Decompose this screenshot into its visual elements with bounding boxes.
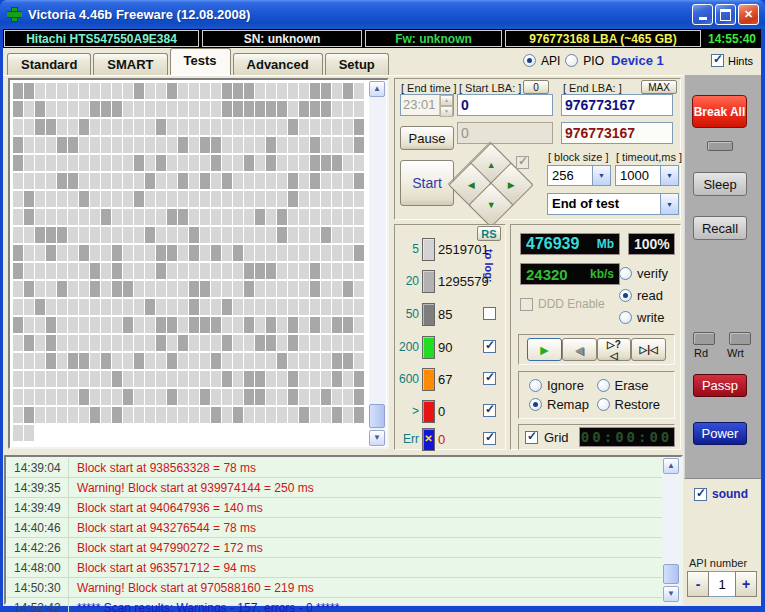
op-option-read[interactable]: read (619, 288, 663, 303)
block-cell (35, 173, 45, 189)
device-selector[interactable]: Device 1 (611, 53, 664, 68)
block-cell (255, 191, 265, 207)
block-cell (266, 353, 276, 369)
app-icon (6, 6, 23, 23)
nav-pad: ▲◀▶▼ (455, 149, 525, 219)
scroll-down-icon[interactable]: ▼ (663, 586, 679, 602)
max-button[interactable]: MAX (641, 80, 677, 94)
ddd-checkbox[interactable] (520, 298, 533, 311)
block-cell (13, 209, 23, 225)
drive-info-segment: Hitachi HTS547550A9E384 (4, 30, 199, 47)
hints-toggle[interactable]: Hints (711, 54, 753, 67)
mode-radio-api[interactable] (523, 54, 536, 67)
op-label: write (637, 310, 664, 325)
sound-checkbox[interactable] (694, 488, 707, 501)
block-cell (24, 137, 34, 153)
spin-up-icon[interactable]: ▲ (440, 95, 453, 106)
defect-radio-ignore[interactable] (529, 379, 542, 392)
block-cell (112, 371, 122, 387)
defect-radio-erase[interactable] (597, 379, 610, 392)
block-cell (189, 317, 199, 333)
scroll-thumb[interactable] (369, 404, 385, 428)
mode-radio-pio[interactable] (565, 54, 578, 67)
start-lba-input[interactable]: 0 (457, 94, 553, 116)
block-cell (299, 299, 309, 315)
chevron-down-icon[interactable]: ▼ (660, 166, 678, 185)
block-cell (46, 407, 56, 423)
rewind-button[interactable]: ◄ (562, 338, 597, 361)
block-cell (189, 191, 199, 207)
scroll-thumb[interactable] (663, 564, 679, 584)
hints-checkbox[interactable] (711, 54, 724, 67)
end-time-spinner[interactable]: 23:01 ▲▼ (400, 94, 454, 116)
spin-down-icon[interactable]: ▼ (440, 106, 453, 117)
api-minus-button[interactable]: - (687, 571, 709, 597)
defect-option-restore[interactable]: Restore (597, 397, 665, 412)
to-log-checkbox[interactable] (483, 404, 496, 417)
chevron-down-icon[interactable]: ▼ (660, 194, 678, 214)
scan-question-button[interactable]: ▷?◁ (597, 338, 632, 361)
sound-toggle[interactable]: sound (694, 487, 748, 501)
op-radio-write[interactable] (619, 311, 632, 324)
power-button[interactable]: Power (693, 422, 747, 445)
scroll-up-icon[interactable]: ▲ (369, 81, 385, 97)
defect-option-erase[interactable]: Erase (597, 378, 665, 393)
scroll-up-icon[interactable]: ▲ (663, 458, 679, 474)
break-all-button[interactable]: Break All (692, 95, 747, 128)
scan-end-button[interactable]: ▷|◁ (631, 338, 666, 361)
op-option-write[interactable]: write (619, 310, 664, 325)
block-cell (310, 155, 320, 171)
minimize-button[interactable] (692, 4, 713, 25)
title-bar[interactable]: Victoria 4.46b Freeware (12.08.2008) ✕ (0, 0, 765, 29)
map-scrollbar[interactable]: ▲ ▼ (369, 81, 386, 446)
zero-button[interactable]: 0 (523, 80, 549, 94)
api-plus-button[interactable]: + (735, 571, 757, 597)
play-button[interactable]: ► (527, 338, 562, 361)
drive-info-segment: Fw: unknown (365, 30, 502, 47)
block-size-select[interactable]: 256 ▼ (547, 165, 611, 186)
defect-option-remap[interactable]: Remap (529, 397, 597, 412)
defect-radio-remap[interactable] (529, 398, 542, 411)
block-cell (343, 101, 353, 117)
block-cell (101, 353, 111, 369)
end-lba-input[interactable]: 976773167 (561, 94, 673, 116)
log-scrollbar[interactable]: ▲ ▼ (663, 458, 680, 602)
tab-smart[interactable]: SMART (93, 53, 167, 75)
to-log-checkbox[interactable] (483, 307, 496, 320)
block-cell (57, 389, 67, 405)
sleep-button[interactable]: Sleep (693, 172, 747, 196)
tab-standard[interactable]: Standard (7, 53, 91, 75)
block-cell (266, 371, 276, 387)
passp-button[interactable]: Passp (693, 374, 747, 397)
pad-checkbox[interactable] (516, 156, 529, 169)
defect-radio-restore[interactable] (597, 398, 610, 411)
timeout-select[interactable]: 1000 ▼ (615, 165, 679, 186)
log-row: 14:42:26Block start at 947990272 = 172 m… (7, 538, 662, 558)
stat-row-50: 5085 (397, 302, 477, 326)
after-action-select[interactable]: End of test ▼ (547, 193, 679, 215)
op-radio-verify[interactable] (619, 267, 632, 280)
stat-count: 1295579 (438, 274, 489, 289)
grid-checkbox[interactable] (525, 431, 538, 444)
tab-advanced[interactable]: Advanced (233, 53, 323, 75)
to-log-checkbox[interactable] (483, 372, 496, 385)
tab-tests[interactable]: Tests (170, 48, 231, 75)
block-cell (189, 335, 199, 351)
scroll-down-icon[interactable]: ▼ (369, 430, 385, 446)
defect-option-ignore[interactable]: Ignore (529, 378, 597, 393)
ddd-toggle[interactable]: DDD Enable (520, 297, 605, 311)
op-radio-read[interactable] (619, 289, 632, 302)
op-option-verify[interactable]: verify (619, 266, 668, 281)
recall-button[interactable]: Recall (693, 216, 747, 240)
maximize-icon (720, 9, 731, 21)
to-log-checkbox[interactable] (483, 340, 496, 353)
tab-setup[interactable]: Setup (325, 53, 389, 75)
rs-button[interactable]: RS (477, 226, 501, 241)
pause-button[interactable]: Pause (400, 126, 454, 150)
start-button[interactable]: Start (400, 160, 454, 206)
chevron-down-icon[interactable]: ▼ (592, 166, 610, 185)
block-cell (354, 299, 364, 315)
maximize-button[interactable] (715, 4, 736, 25)
to-log-checkbox[interactable] (483, 432, 496, 445)
close-button[interactable]: ✕ (738, 4, 759, 25)
